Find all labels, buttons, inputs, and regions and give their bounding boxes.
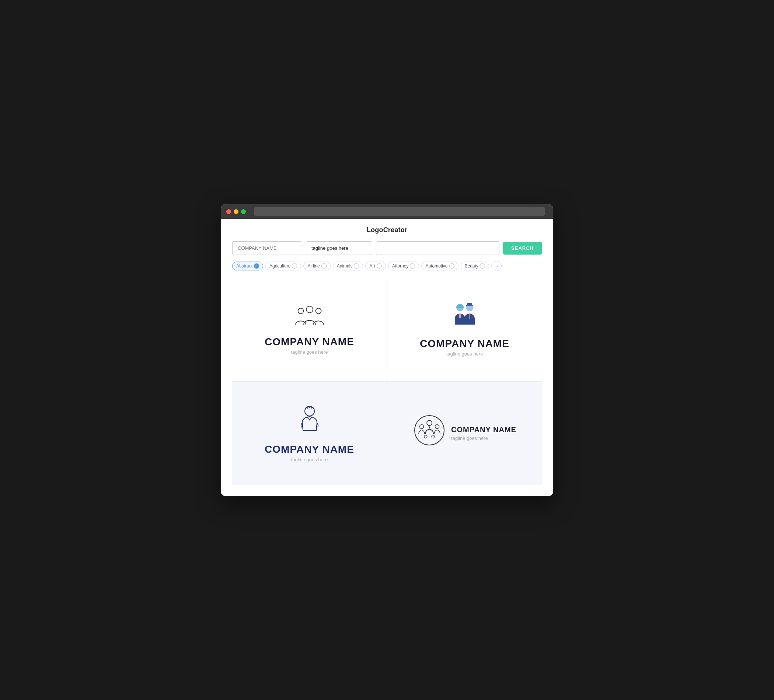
svg-point-14 [424, 435, 427, 438]
filter-tag-beauty[interactable]: Beauty✓ [461, 262, 489, 271]
check-icon-automotive: ✓ [449, 263, 455, 269]
logo-company-name-2: COMPANY NAME [420, 338, 509, 350]
check-icon-agriculture: ✓ [292, 263, 297, 269]
svg-rect-6 [469, 314, 470, 319]
svg-point-10 [415, 416, 444, 445]
filter-tag-agriculture[interactable]: Agriculture✓ [265, 262, 301, 271]
filter-label-animals: Animals [337, 263, 353, 269]
keyword-input[interactable] [376, 241, 499, 255]
filter-label-attorney: Attorney [392, 263, 409, 269]
search-row: SEARCH [232, 241, 542, 255]
logo-tagline-2: tagline goes here [447, 351, 483, 357]
svg-point-11 [427, 420, 432, 426]
check-icon-abstract: ✓ [254, 263, 259, 269]
maximize-button[interactable] [241, 209, 246, 214]
filter-label-agriculture: Agriculture [270, 263, 290, 269]
filter-tag-art[interactable]: Art✓ [365, 262, 385, 271]
logo-company-name-4: COMPANY NAME [451, 426, 516, 434]
logo-card-3[interactable]: COMPANY NAME tagline goes here [232, 382, 387, 485]
browser-titlebar [221, 204, 553, 219]
company-name-input[interactable] [232, 241, 302, 255]
logo-tagline-1: tagline goes here [291, 349, 328, 355]
close-button[interactable] [226, 209, 231, 214]
app-title: LogoCreator [232, 226, 542, 234]
logo-icon-1 [291, 304, 328, 330]
logo-grid: COMPANY NAME tagline goes here [232, 278, 542, 485]
svg-rect-8 [467, 303, 472, 305]
check-icon-animals: ✓ [354, 263, 359, 269]
filter-label-airline: Airline [308, 263, 319, 269]
logo-tagline-3: tagline goes here [291, 457, 328, 462]
logo-icon-3 [295, 404, 324, 438]
check-icon-attorney: ✓ [410, 263, 415, 269]
svg-point-12 [420, 425, 424, 429]
check-icon-beauty: ✓ [480, 263, 485, 269]
logo-company-name-1: COMPANY NAME [265, 336, 354, 348]
filter-tag-abstract[interactable]: Abstract✓ [232, 262, 263, 271]
check-icon-airline: ✓ [321, 263, 327, 269]
logo-icon-2 [448, 302, 481, 332]
filter-label-beauty: Beauty [465, 263, 478, 269]
svg-point-0 [306, 306, 313, 313]
svg-point-2 [316, 308, 321, 314]
logo-card-1[interactable]: COMPANY NAME tagline goes here [232, 278, 387, 381]
address-bar[interactable] [254, 207, 545, 216]
check-icon-art: ✓ [377, 263, 382, 269]
browser-window: LogoCreator SEARCH Abstract✓Agriculture✓… [221, 204, 553, 496]
logo-icon-4 [413, 414, 446, 447]
filter-tag-automotive[interactable]: Automotive✓ [421, 262, 458, 271]
svg-rect-4 [459, 314, 461, 318]
filter-tag-animals[interactable]: Animals✓ [333, 262, 364, 271]
svg-point-1 [298, 308, 303, 314]
search-button[interactable]: SEARCH [503, 242, 542, 254]
filter-row: Abstract✓Agriculture✓Airline✓Animals✓Art… [232, 261, 542, 271]
svg-point-15 [432, 435, 435, 438]
filter-tag-airline[interactable]: Airline✓ [303, 262, 330, 271]
logo-tagline-4: tagline goes here [451, 436, 516, 441]
filter-tag-attorney[interactable]: Attorney✓ [388, 262, 419, 271]
logo-4-text: COMPANY NAME tagline goes here [451, 426, 516, 441]
logo-card-4[interactable]: COMPANY NAME tagline goes here [387, 382, 542, 485]
filter-label-art: Art [369, 263, 375, 269]
logo-company-name-3: COMPANY NAME [265, 444, 354, 456]
tagline-input[interactable] [306, 241, 372, 255]
filter-label-automotive: Automotive [425, 263, 447, 269]
filter-label-abstract: Abstract [236, 263, 253, 269]
filter-next-arrow[interactable]: → [491, 261, 502, 271]
app-content: LogoCreator SEARCH Abstract✓Agriculture✓… [221, 219, 553, 496]
logo-4-row: COMPANY NAME tagline goes here [413, 414, 516, 453]
logo-card-2[interactable]: COMPANY NAME tagline goes here [387, 278, 542, 381]
minimize-button[interactable] [234, 209, 238, 214]
svg-point-13 [435, 425, 439, 429]
